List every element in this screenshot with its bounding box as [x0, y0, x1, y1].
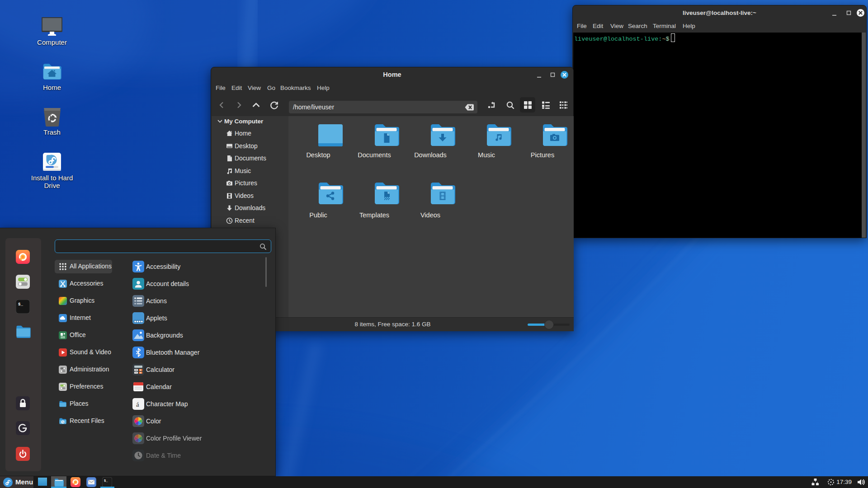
svg-text:á: á: [136, 401, 139, 408]
svg-text:$_: $_: [104, 479, 108, 483]
svg-text:$_: $_: [18, 302, 23, 307]
